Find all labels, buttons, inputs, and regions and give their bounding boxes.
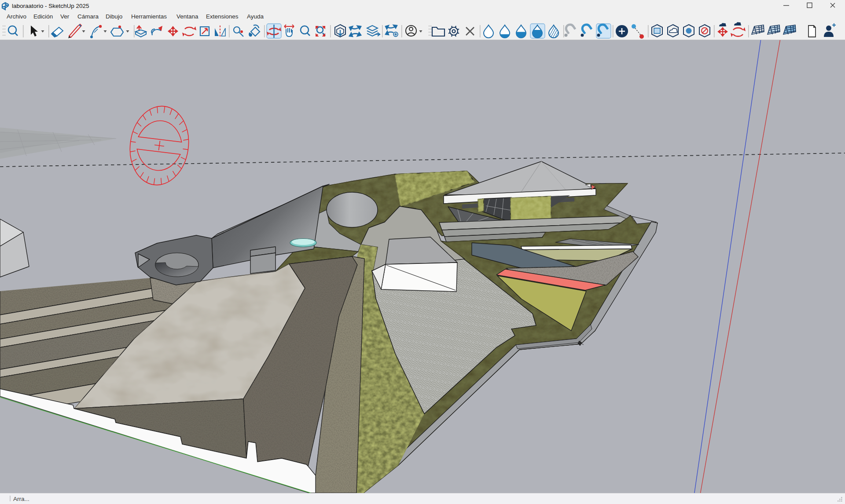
svg-text:Archivo: Archivo (7, 13, 26, 20)
svg-text:Arra...: Arra... (13, 496, 29, 502)
svg-text:Herramientas: Herramientas (131, 13, 167, 20)
svg-text:laboraatorio - SketchUp 2025: laboraatorio - SketchUp 2025 (12, 3, 89, 9)
svg-text:Dibujo: Dibujo (106, 13, 122, 20)
svg-text:Ventana: Ventana (176, 13, 198, 20)
svg-text:Ver: Ver (60, 13, 70, 20)
svg-text:Ayuda: Ayuda (247, 13, 264, 20)
svg-text:Cámara: Cámara (77, 13, 99, 20)
svg-text:Edición: Edición (33, 13, 53, 20)
svg-text:Extensiones: Extensiones (206, 13, 239, 20)
